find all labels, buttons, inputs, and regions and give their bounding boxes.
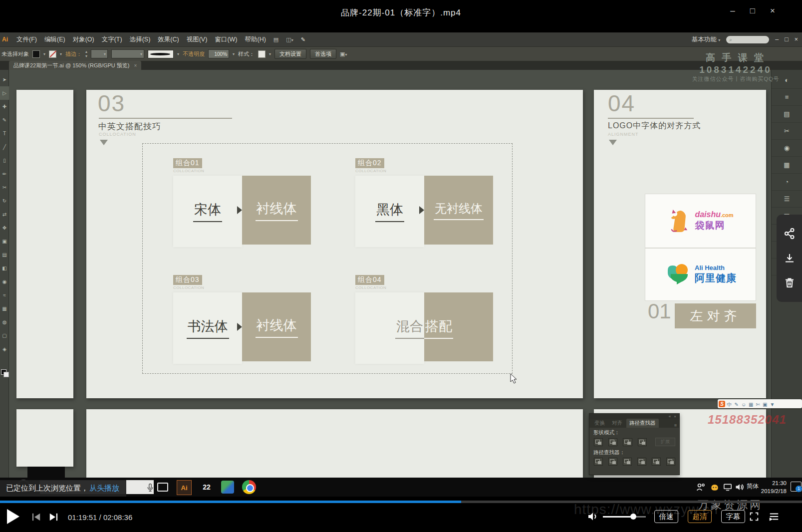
- menu-effect[interactable]: 效果(C): [158, 35, 179, 44]
- fill-stroke-indicator[interactable]: [1, 369, 8, 376]
- layout-picker-icon[interactable]: ◫▾: [286, 36, 293, 43]
- ai-canvas[interactable]: ➤▷✚✎T╱▯✏✂↻⇄✥▣▤◧◉≈▦◍▢◈ ◐≡▤✂◉▦◔☰▧◒▥▨ 03 中英…: [0, 70, 802, 478]
- workspace-switcher[interactable]: 基本功能 ▾: [692, 35, 721, 44]
- collapse-icon[interactable]: «: [669, 414, 672, 419]
- wangwang-tray-icon[interactable]: [710, 483, 720, 492]
- volume-knob[interactable]: [630, 514, 636, 520]
- close-button[interactable]: ×: [766, 6, 779, 16]
- variable-width-dropdown[interactable]: ▾: [111, 49, 144, 58]
- tab-align[interactable]: 对齐: [609, 419, 625, 428]
- touch-workspace-icon[interactable]: ✎: [301, 36, 305, 43]
- document-setup-button[interactable]: 文档设置: [274, 49, 306, 59]
- opacity-field[interactable]: 100%: [208, 49, 229, 58]
- trim-button[interactable]: [608, 458, 617, 466]
- player-control-bar: https://www.wxzyw.cn 万象资源网 01:19:51 / 02…: [0, 497, 802, 532]
- combo-02: 组合02 COLLOCATION 黑体 无衬线体: [354, 158, 504, 268]
- preferences-button[interactable]: 首选项: [310, 49, 336, 59]
- tab-pathfinder[interactable]: 路径查找器: [626, 419, 659, 428]
- unite-button[interactable]: [594, 438, 603, 446]
- subtitle-button[interactable]: 字幕: [721, 510, 745, 523]
- document-tab[interactable]: 品牌课22期第一节.ai @ 150% (RGB/GPU 预览) ×: [9, 61, 141, 70]
- previous-button[interactable]: [31, 513, 42, 522]
- intersect-button[interactable]: [623, 438, 632, 446]
- stroke-color-swatch[interactable]: [49, 50, 56, 58]
- network-tray-icon[interactable]: [723, 483, 733, 491]
- dark-artwork-block: [27, 467, 65, 478]
- resume-toast: 已定位到上次浏览位置， 从头播放: [0, 480, 126, 497]
- combo-right-box: 衬线体: [242, 176, 311, 245]
- style-swatch[interactable]: [258, 50, 266, 58]
- fullscreen-icon[interactable]: [749, 511, 760, 522]
- minus-front-button[interactable]: [608, 438, 617, 446]
- combo-sublabel: COLLOCATION: [355, 169, 386, 173]
- menu-object[interactable]: 对象(O): [73, 35, 94, 44]
- artboard-slide-03: 03 中英文搭配技巧 COLLOCATION 组合01 COLLOCATION …: [86, 90, 583, 398]
- task-view-icon[interactable]: [156, 480, 170, 494]
- divide-button[interactable]: [594, 458, 603, 466]
- menu-type[interactable]: 文字(T): [102, 35, 122, 44]
- taskbar-illustrator-icon[interactable]: Ai: [177, 480, 192, 495]
- stroke-label[interactable]: 描边：: [65, 50, 82, 58]
- ai-minimize-button[interactable]: –: [775, 36, 779, 43]
- volume-slider[interactable]: [603, 516, 646, 518]
- speed-button[interactable]: 倍速: [654, 510, 678, 523]
- tab-close-icon[interactable]: ×: [134, 63, 137, 68]
- taskbar-app-22-icon[interactable]: 22: [200, 480, 214, 494]
- pathfinder-panel[interactable]: « × 变换 对齐 路径查找器 ≡ 形状模式： 扩展 路径查找器：: [589, 413, 680, 475]
- fill-color-swatch[interactable]: [32, 50, 40, 58]
- minus-back-button[interactable]: [666, 458, 675, 466]
- quality-button[interactable]: 超清: [688, 510, 712, 523]
- ai-tools-panel[interactable]: ➤▷✚✎T╱▯✏✂↻⇄✥▣▤◧◉≈▦◍▢◈: [0, 70, 9, 478]
- opacity-label[interactable]: 不透明度: [183, 50, 205, 58]
- maximize-button[interactable]: □: [746, 6, 759, 16]
- download-icon[interactable]: [784, 253, 796, 265]
- crop-button[interactable]: [637, 458, 646, 466]
- search-input[interactable]: ⌕: [726, 36, 769, 43]
- menu-view[interactable]: 视图(V): [187, 35, 208, 44]
- speaker-icon[interactable]: [587, 511, 599, 522]
- slide04-subtitle: ALIGNMENT: [608, 132, 639, 137]
- play-from-start-link[interactable]: 从头播放: [89, 484, 119, 493]
- panel-close-icon[interactable]: ×: [674, 414, 677, 419]
- ai-restore-button[interactable]: □: [785, 36, 789, 43]
- menu-select[interactable]: 选择(S): [130, 35, 151, 44]
- minimize-button[interactable]: –: [726, 6, 739, 16]
- ime-icons[interactable]: 中✎☺▦✄▣▼: [726, 399, 776, 408]
- combo-sublabel: COLLOCATION: [173, 169, 204, 173]
- document-icon[interactable]: ▤: [273, 36, 278, 43]
- align-item-label: 左对齐: [675, 303, 756, 328]
- ime-language-indicator[interactable]: 简体: [747, 482, 759, 491]
- menu-help[interactable]: 帮助(H): [245, 35, 266, 44]
- menu-edit[interactable]: 编辑(E): [44, 35, 65, 44]
- more-options-icon[interactable]: ▣▾: [340, 51, 347, 57]
- play-button[interactable]: [7, 509, 19, 524]
- ai-close-button[interactable]: ×: [795, 36, 798, 43]
- video-frame: Ai 文件(F) 编辑(E) 对象(O) 文字(T) 选择(S) 效果(C) 视…: [0, 32, 802, 497]
- ime-toolbar[interactable]: S 中✎☺▦✄▣▼: [718, 399, 802, 408]
- menu-file[interactable]: 文件(F): [16, 35, 37, 44]
- merge-button[interactable]: [623, 458, 632, 466]
- brush-definition-dropdown[interactable]: [148, 50, 174, 58]
- chrome-icon[interactable]: [242, 480, 256, 494]
- heart-logo-icon: [664, 263, 690, 286]
- microphone-icon[interactable]: [146, 483, 155, 492]
- stroke-weight-dropdown[interactable]: ▾: [91, 49, 108, 58]
- outline-button[interactable]: [652, 458, 661, 466]
- panel-menu-icon[interactable]: ≡: [674, 423, 679, 428]
- volume-tray-icon[interactable]: [735, 483, 745, 492]
- people-tray-icon[interactable]: [696, 483, 706, 492]
- expand-button[interactable]: 扩展: [655, 438, 675, 446]
- menu-window[interactable]: 窗口(W): [215, 35, 237, 44]
- taskbar-clock[interactable]: 21:30 2019/2/18: [759, 479, 787, 495]
- next-button[interactable]: [48, 513, 59, 522]
- taskbar-cube-app-icon[interactable]: [221, 481, 234, 494]
- playlist-icon[interactable]: [769, 512, 780, 522]
- exclude-button[interactable]: [638, 438, 647, 446]
- seek-bar[interactable]: [0, 501, 802, 503]
- pathfinder-label: 路径查找器：: [593, 449, 675, 456]
- sogou-logo-icon[interactable]: S: [719, 401, 725, 407]
- stepper-icon[interactable]: ▴▾: [85, 49, 87, 58]
- trash-icon[interactable]: [784, 277, 796, 289]
- share-icon[interactable]: [784, 228, 796, 240]
- tab-transform[interactable]: 变换: [591, 419, 608, 428]
